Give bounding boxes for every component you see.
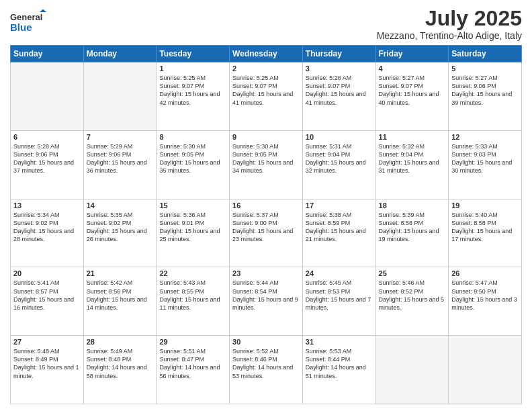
calendar-cell: 10 Sunrise: 5:31 AM Sunset: 9:04 PM Dayl…: [302, 130, 375, 199]
cell-info: Sunrise: 5:25 AM Sunset: 9:07 PM Dayligh…: [232, 74, 300, 107]
cell-info: Sunrise: 5:38 AM Sunset: 8:59 PM Dayligh…: [306, 211, 373, 244]
col-header-friday: Friday: [375, 46, 449, 62]
day-number: 7: [87, 133, 154, 141]
calendar-cell: 2 Sunrise: 5:25 AM Sunset: 9:07 PM Dayli…: [230, 62, 303, 131]
col-header-monday: Monday: [83, 46, 157, 62]
calendar-cell: 22 Sunrise: 5:43 AM Sunset: 8:55 PM Dayl…: [157, 267, 230, 336]
calendar-cell: 31 Sunrise: 5:53 AM Sunset: 8:44 PM Dayl…: [302, 336, 375, 404]
calendar-cell: [11, 62, 84, 131]
cell-info: Sunrise: 5:28 AM Sunset: 9:06 PM Dayligh…: [13, 142, 81, 175]
cell-info: Sunrise: 5:27 AM Sunset: 9:06 PM Dayligh…: [451, 74, 519, 107]
day-number: 5: [451, 64, 519, 73]
day-number: 21: [87, 269, 154, 277]
cell-info: Sunrise: 5:47 AM Sunset: 8:50 PM Dayligh…: [451, 279, 519, 312]
calendar-cell: 27 Sunrise: 5:48 AM Sunset: 8:49 PM Dayl…: [11, 336, 84, 404]
calendar-cell: [449, 336, 522, 404]
week-row-4: 20 Sunrise: 5:41 AM Sunset: 8:57 PM Dayl…: [11, 267, 522, 336]
day-number: 16: [232, 201, 300, 210]
day-number: 12: [451, 133, 519, 141]
title-block: July 2025 Mezzano, Trentino-Alto Adige, …: [377, 7, 522, 41]
logo: General Blue: [10, 9, 47, 35]
cell-info: Sunrise: 5:39 AM Sunset: 8:58 PM Dayligh…: [379, 211, 446, 244]
day-number: 19: [451, 201, 519, 210]
calendar-cell: 28 Sunrise: 5:49 AM Sunset: 8:48 PM Dayl…: [83, 336, 157, 404]
day-number: 9: [232, 133, 300, 141]
cell-info: Sunrise: 5:32 AM Sunset: 9:04 PM Dayligh…: [379, 142, 446, 175]
col-header-sunday: Sunday: [11, 46, 84, 62]
day-number: 18: [379, 201, 446, 210]
cell-info: Sunrise: 5:29 AM Sunset: 9:06 PM Dayligh…: [87, 142, 154, 175]
cell-info: Sunrise: 5:53 AM Sunset: 8:44 PM Dayligh…: [306, 347, 373, 380]
day-number: 29: [159, 338, 226, 346]
day-number: 10: [306, 133, 373, 141]
cell-info: Sunrise: 5:49 AM Sunset: 8:48 PM Dayligh…: [87, 347, 154, 380]
day-number: 17: [306, 201, 373, 210]
page: General Blue July 2025 Mezzano, Trentino…: [0, 0, 532, 411]
cell-info: Sunrise: 5:46 AM Sunset: 8:52 PM Dayligh…: [379, 279, 446, 312]
calendar-cell: 19 Sunrise: 5:40 AM Sunset: 8:58 PM Dayl…: [449, 199, 522, 267]
day-number: 3: [306, 64, 373, 73]
month-title: July 2025: [377, 7, 522, 30]
cell-info: Sunrise: 5:40 AM Sunset: 8:58 PM Dayligh…: [451, 211, 519, 244]
day-number: 6: [13, 133, 81, 141]
calendar-cell: 8 Sunrise: 5:30 AM Sunset: 9:05 PM Dayli…: [157, 130, 230, 199]
calendar-cell: 21 Sunrise: 5:42 AM Sunset: 8:56 PM Dayl…: [83, 267, 157, 336]
day-number: 23: [232, 269, 300, 277]
cell-info: Sunrise: 5:26 AM Sunset: 9:07 PM Dayligh…: [306, 74, 373, 107]
cell-info: Sunrise: 5:37 AM Sunset: 9:00 PM Dayligh…: [232, 211, 300, 244]
day-number: 8: [159, 133, 226, 141]
col-header-tuesday: Tuesday: [157, 46, 230, 62]
day-number: 22: [159, 269, 226, 277]
day-number: 27: [13, 338, 81, 346]
calendar-cell: 1 Sunrise: 5:25 AM Sunset: 9:07 PM Dayli…: [157, 62, 230, 131]
calendar-cell: 13 Sunrise: 5:34 AM Sunset: 9:02 PM Dayl…: [11, 199, 84, 267]
day-number: 31: [306, 338, 373, 346]
cell-info: Sunrise: 5:36 AM Sunset: 9:01 PM Dayligh…: [159, 211, 226, 244]
calendar-cell: 9 Sunrise: 5:30 AM Sunset: 9:05 PM Dayli…: [230, 130, 303, 199]
day-number: 24: [306, 269, 373, 277]
day-number: 28: [87, 338, 154, 346]
cell-info: Sunrise: 5:30 AM Sunset: 9:05 PM Dayligh…: [159, 142, 226, 175]
cell-info: Sunrise: 5:42 AM Sunset: 8:56 PM Dayligh…: [87, 279, 154, 312]
day-number: 14: [87, 201, 154, 210]
calendar-cell: 23 Sunrise: 5:44 AM Sunset: 8:54 PM Dayl…: [230, 267, 303, 336]
calendar-cell: [83, 62, 157, 131]
day-number: 30: [232, 338, 300, 346]
calendar-cell: 12 Sunrise: 5:33 AM Sunset: 9:03 PM Dayl…: [449, 130, 522, 199]
cell-info: Sunrise: 5:34 AM Sunset: 9:02 PM Dayligh…: [13, 211, 81, 244]
cell-info: Sunrise: 5:27 AM Sunset: 9:07 PM Dayligh…: [379, 74, 446, 107]
calendar-table: SundayMondayTuesdayWednesdayThursdayFrid…: [10, 45, 522, 404]
svg-marker-3: [40, 9, 46, 12]
calendar-cell: 18 Sunrise: 5:39 AM Sunset: 8:58 PM Dayl…: [375, 199, 449, 267]
svg-text:Blue: Blue: [10, 21, 32, 33]
week-row-1: 1 Sunrise: 5:25 AM Sunset: 9:07 PM Dayli…: [11, 62, 522, 131]
calendar-cell: 24 Sunrise: 5:45 AM Sunset: 8:53 PM Dayl…: [302, 267, 375, 336]
cell-info: Sunrise: 5:44 AM Sunset: 8:54 PM Dayligh…: [232, 279, 300, 312]
day-number: 15: [159, 201, 226, 210]
week-row-3: 13 Sunrise: 5:34 AM Sunset: 9:02 PM Dayl…: [11, 199, 522, 267]
calendar-cell: 4 Sunrise: 5:27 AM Sunset: 9:07 PM Dayli…: [375, 62, 449, 131]
svg-text:General: General: [10, 12, 42, 22]
cell-info: Sunrise: 5:45 AM Sunset: 8:53 PM Dayligh…: [306, 279, 373, 312]
header: General Blue July 2025 Mezzano, Trentino…: [10, 7, 522, 41]
calendar-header-row: SundayMondayTuesdayWednesdayThursdayFrid…: [11, 46, 522, 62]
cell-info: Sunrise: 5:48 AM Sunset: 8:49 PM Dayligh…: [13, 347, 81, 380]
week-row-2: 6 Sunrise: 5:28 AM Sunset: 9:06 PM Dayli…: [11, 130, 522, 199]
location: Mezzano, Trentino-Alto Adige, Italy: [377, 30, 522, 41]
cell-info: Sunrise: 5:30 AM Sunset: 9:05 PM Dayligh…: [232, 142, 300, 175]
day-number: 2: [232, 64, 300, 73]
cell-info: Sunrise: 5:52 AM Sunset: 8:46 PM Dayligh…: [232, 347, 300, 380]
cell-info: Sunrise: 5:51 AM Sunset: 8:47 PM Dayligh…: [159, 347, 226, 380]
day-number: 25: [379, 269, 446, 277]
calendar-cell: 26 Sunrise: 5:47 AM Sunset: 8:50 PM Dayl…: [449, 267, 522, 336]
day-number: 13: [13, 201, 81, 210]
calendar-cell: 3 Sunrise: 5:26 AM Sunset: 9:07 PM Dayli…: [302, 62, 375, 131]
calendar-cell: 25 Sunrise: 5:46 AM Sunset: 8:52 PM Dayl…: [375, 267, 449, 336]
col-header-wednesday: Wednesday: [230, 46, 303, 62]
logo-svg: General Blue: [10, 9, 47, 35]
calendar-cell: 17 Sunrise: 5:38 AM Sunset: 8:59 PM Dayl…: [302, 199, 375, 267]
cell-info: Sunrise: 5:33 AM Sunset: 9:03 PM Dayligh…: [451, 142, 519, 175]
cell-info: Sunrise: 5:31 AM Sunset: 9:04 PM Dayligh…: [306, 142, 373, 175]
day-number: 4: [379, 64, 446, 73]
calendar-cell: [375, 336, 449, 404]
